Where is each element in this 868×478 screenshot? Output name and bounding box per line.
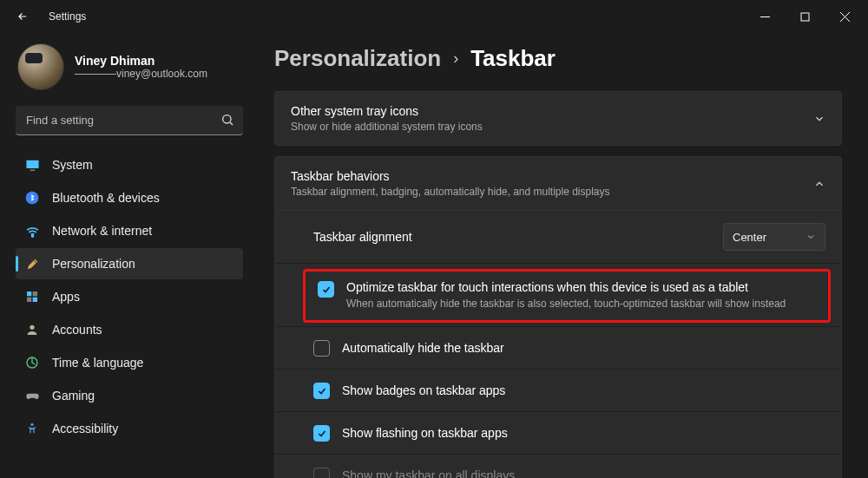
user-email: ————viney@outlook.com — [75, 68, 207, 80]
checkbox-optimize-touch[interactable] — [318, 281, 334, 298]
display-icon — [24, 157, 40, 173]
sidebar-item-label: System — [52, 158, 93, 172]
sidebar-item-network[interactable]: Network & internet — [16, 215, 243, 246]
sidebar-item-label: Bluetooth & devices — [52, 191, 160, 205]
checkbox-subtitle: When automatically hide the taskbar is a… — [346, 298, 786, 310]
svg-rect-10 — [27, 291, 31, 296]
checkbox-show-badges[interactable] — [313, 383, 330, 399]
breadcrumb-parent[interactable]: Personalization — [274, 45, 441, 72]
card-taskbar-behaviors[interactable]: Taskbar behaviors Taskbar alignment, bad… — [274, 156, 842, 211]
sidebar-item-apps[interactable]: Apps — [16, 281, 243, 312]
card-subtitle: Show or hide additional system tray icon… — [291, 121, 483, 133]
globe-clock-icon — [24, 355, 40, 370]
card-title: Other system tray icons — [291, 104, 483, 118]
avatar — [17, 43, 64, 90]
checkbox-label: Show flashing on taskbar apps — [342, 426, 508, 440]
gamepad-icon — [24, 388, 40, 403]
chevron-down-icon — [806, 232, 816, 242]
chevron-down-icon — [813, 113, 825, 125]
card-title: Taskbar behaviors — [291, 169, 610, 183]
highlight-box: Optimize taskbar for touch interactions … — [303, 269, 831, 323]
svg-rect-11 — [33, 291, 37, 296]
sidebar-item-label: Accessibility — [52, 422, 118, 435]
sidebar-item-label: Personalization — [52, 257, 135, 271]
sidebar-item-accounts[interactable]: Accounts — [16, 314, 243, 345]
checkbox-label: Show my taskbar on all displays — [342, 468, 515, 478]
search-input[interactable] — [16, 106, 243, 135]
taskbar-behaviors-body: Taskbar alignment Center Optimize taskba… — [274, 211, 842, 478]
dropdown-value: Center — [733, 231, 766, 244]
svg-point-9 — [31, 235, 33, 237]
sidebar-item-label: Accounts — [52, 323, 102, 337]
svg-point-16 — [30, 423, 33, 426]
sidebar-item-label: Apps — [52, 290, 80, 304]
minimize-button[interactable] — [745, 3, 785, 29]
apps-icon — [24, 289, 40, 304]
window-title: Settings — [49, 10, 86, 23]
sidebar-item-accessibility[interactable]: Accessibility — [16, 413, 243, 444]
user-profile[interactable]: Viney Dhiman ————viney@outlook.com — [17, 43, 243, 90]
sidebar-item-system[interactable]: System — [16, 149, 243, 180]
taskbar-alignment-dropdown[interactable]: Center — [723, 223, 825, 251]
person-icon — [24, 322, 40, 337]
maximize-button[interactable] — [785, 3, 825, 29]
search-icon — [220, 113, 234, 127]
breadcrumb: Personalization › Taskbar — [274, 45, 842, 72]
svg-rect-12 — [27, 298, 31, 302]
close-button[interactable] — [825, 3, 865, 29]
bluetooth-icon — [24, 190, 40, 206]
sidebar-item-bluetooth[interactable]: Bluetooth & devices — [16, 182, 243, 213]
sidebar-item-label: Time & language — [52, 356, 143, 370]
svg-rect-1 — [801, 13, 809, 21]
checkbox-label: Automatically hide the taskbar — [342, 341, 504, 355]
wifi-icon — [24, 223, 40, 239]
sidebar-item-gaming[interactable]: Gaming — [16, 380, 243, 411]
checkbox-label: Optimize taskbar for touch interactions … — [346, 280, 786, 294]
accessibility-icon — [24, 421, 40, 436]
checkbox-all-displays — [313, 468, 330, 478]
svg-rect-6 — [26, 160, 38, 167]
row-label: Taskbar alignment — [313, 230, 412, 244]
sidebar-item-label: Network & internet — [52, 224, 152, 238]
back-button[interactable] — [12, 6, 33, 27]
paintbrush-icon — [24, 256, 40, 272]
card-other-tray-icons[interactable]: Other system tray icons Show or hide add… — [274, 91, 842, 146]
sidebar-item-personalization[interactable]: Personalization — [16, 248, 243, 279]
user-name: Viney Dhiman — [75, 54, 207, 68]
card-subtitle: Taskbar alignment, badging, automaticall… — [291, 186, 610, 198]
svg-rect-13 — [33, 298, 37, 302]
row-taskbar-alignment: Taskbar alignment Center — [275, 211, 841, 263]
svg-point-14 — [30, 325, 34, 330]
svg-rect-7 — [30, 169, 35, 170]
sidebar-item-label: Gaming — [52, 389, 95, 403]
svg-point-4 — [223, 115, 231, 123]
checkbox-label: Show badges on taskbar apps — [342, 383, 505, 397]
checkbox-autohide[interactable] — [313, 340, 330, 357]
main-content: Personalization › Taskbar Other system t… — [253, 33, 868, 478]
sidebar: Viney Dhiman ————viney@outlook.com Syste… — [0, 33, 253, 478]
checkbox-show-flashing[interactable] — [313, 425, 330, 442]
svg-line-5 — [230, 122, 233, 125]
chevron-up-icon — [813, 178, 825, 190]
page-title: Taskbar — [470, 45, 556, 72]
sidebar-item-time-language[interactable]: Time & language — [16, 347, 243, 378]
chevron-right-icon: › — [453, 49, 458, 68]
